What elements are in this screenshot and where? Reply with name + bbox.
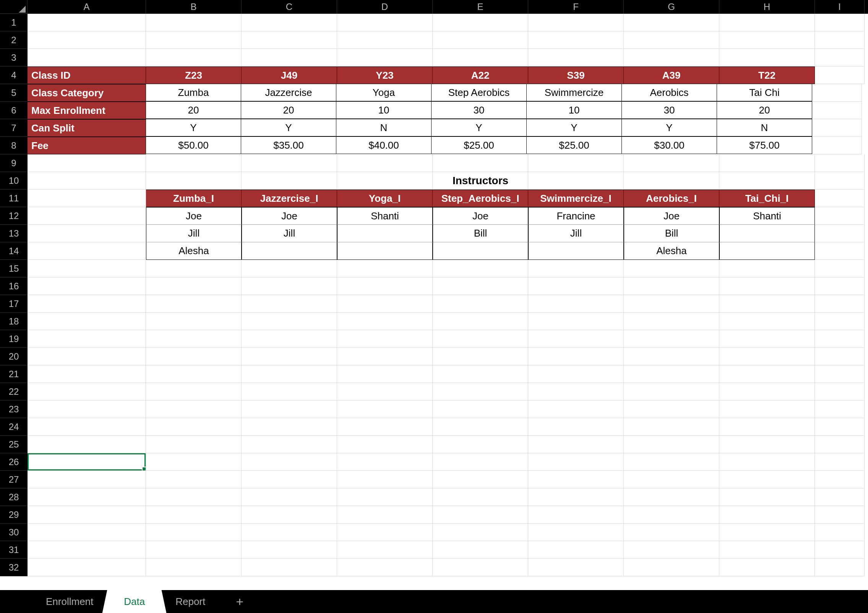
row-header-11[interactable]: 11 <box>0 190 28 207</box>
cell-I11[interactable] <box>815 190 865 207</box>
cell-D3[interactable] <box>337 49 433 66</box>
cell-A8[interactable]: Fee <box>28 137 146 154</box>
cell-D32[interactable] <box>337 559 433 576</box>
cell-F15[interactable] <box>528 260 624 277</box>
cell-F8[interactable]: $25.00 <box>526 136 622 154</box>
cell-F2[interactable] <box>528 31 624 49</box>
cell-D11[interactable]: Yoga_I <box>337 190 433 207</box>
cell-I1[interactable] <box>815 14 865 31</box>
row-header-4[interactable]: 4 <box>0 66 28 84</box>
cell-I13[interactable] <box>815 225 865 242</box>
cell-B4[interactable]: Z23 <box>146 66 242 84</box>
row-header-25[interactable]: 25 <box>0 436 28 453</box>
cell-H18[interactable] <box>719 313 815 330</box>
cell-F17[interactable] <box>528 295 624 313</box>
cell-C19[interactable] <box>242 330 337 348</box>
cell-D31[interactable] <box>337 541 433 559</box>
cell-G27[interactable] <box>624 471 719 488</box>
cell-B24[interactable] <box>146 418 242 436</box>
cell-C8[interactable]: $35.00 <box>241 136 336 154</box>
cell-G4[interactable]: A39 <box>624 66 719 84</box>
cell-F30[interactable] <box>528 524 624 541</box>
cell-B15[interactable] <box>146 260 242 277</box>
cell-F14[interactable] <box>528 242 624 260</box>
cell-B29[interactable] <box>146 506 242 524</box>
cell-I30[interactable] <box>815 524 865 541</box>
cell-A23[interactable] <box>28 401 146 418</box>
cell-H32[interactable] <box>719 559 815 576</box>
cell-H27[interactable] <box>719 471 815 488</box>
row-header-31[interactable]: 31 <box>0 541 28 559</box>
cell-G16[interactable] <box>624 277 719 295</box>
cell-G20[interactable] <box>624 348 719 365</box>
cell-G22[interactable] <box>624 383 719 401</box>
select-all-corner[interactable] <box>0 0 28 14</box>
column-header-I[interactable]: I <box>815 0 865 14</box>
cell-A9[interactable] <box>28 154 146 172</box>
cell-D2[interactable] <box>337 31 433 49</box>
cell-B14[interactable]: Alesha <box>146 242 242 260</box>
cell-E13[interactable]: Bill <box>433 225 528 242</box>
cell-F7[interactable]: Y <box>526 119 622 136</box>
cell-I4[interactable] <box>815 66 865 84</box>
row-header-21[interactable]: 21 <box>0 365 28 383</box>
cell-C22[interactable] <box>242 383 337 401</box>
cell-G24[interactable] <box>624 418 719 436</box>
cell-A2[interactable] <box>28 31 146 49</box>
cell-C25[interactable] <box>242 436 337 453</box>
cell-A12[interactable] <box>28 207 146 225</box>
cell-H17[interactable] <box>719 295 815 313</box>
row-header-6[interactable]: 6 <box>0 102 28 119</box>
row-header-7[interactable]: 7 <box>0 119 28 137</box>
row-header-26[interactable]: 26 <box>0 453 28 471</box>
column-header-E[interactable]: E <box>433 0 528 14</box>
cell-I26[interactable] <box>815 453 865 471</box>
cell-I19[interactable] <box>815 330 865 348</box>
cell-H14[interactable] <box>719 242 815 260</box>
column-header-B[interactable]: B <box>146 0 242 14</box>
cell-D1[interactable] <box>337 14 433 31</box>
cell-E22[interactable] <box>433 383 528 401</box>
row-header-14[interactable]: 14 <box>0 242 28 260</box>
cell-G15[interactable] <box>624 260 719 277</box>
cell-G21[interactable] <box>624 365 719 383</box>
cell-G17[interactable] <box>624 295 719 313</box>
row-header-16[interactable]: 16 <box>0 277 28 295</box>
cell-E26[interactable] <box>433 453 528 471</box>
cell-C15[interactable] <box>242 260 337 277</box>
cell-A29[interactable] <box>28 506 146 524</box>
cell-G12[interactable]: Joe <box>624 207 719 225</box>
cell-A14[interactable] <box>28 242 146 260</box>
column-header-G[interactable]: G <box>624 0 719 14</box>
cell-I29[interactable] <box>815 506 865 524</box>
cell-D13[interactable] <box>337 225 433 242</box>
cell-G29[interactable] <box>624 506 719 524</box>
cell-D27[interactable] <box>337 471 433 488</box>
cell-G26[interactable] <box>624 453 719 471</box>
cell-F18[interactable] <box>528 313 624 330</box>
cell-F23[interactable] <box>528 401 624 418</box>
cell-A20[interactable] <box>28 348 146 365</box>
cell-E28[interactable] <box>433 488 528 506</box>
cell-D10[interactable] <box>337 172 433 190</box>
cell-H10[interactable] <box>719 172 815 190</box>
cell-F6[interactable]: 10 <box>526 101 622 119</box>
cell-G10[interactable] <box>624 172 719 190</box>
cell-E17[interactable] <box>433 295 528 313</box>
cell-E11[interactable]: Step_Aerobics_I <box>433 190 528 207</box>
cell-A28[interactable] <box>28 488 146 506</box>
cell-G13[interactable]: Bill <box>624 225 719 242</box>
cell-B21[interactable] <box>146 365 242 383</box>
cell-F19[interactable] <box>528 330 624 348</box>
cell-C4[interactable]: J49 <box>242 66 337 84</box>
cell-H11[interactable]: Tai_Chi_I <box>719 190 815 207</box>
cell-F12[interactable]: Francine <box>528 207 624 225</box>
cell-H29[interactable] <box>719 506 815 524</box>
cell-B30[interactable] <box>146 524 242 541</box>
cell-B19[interactable] <box>146 330 242 348</box>
cell-F11[interactable]: Swimmercize_I <box>528 190 624 207</box>
row-header-20[interactable]: 20 <box>0 348 28 365</box>
cell-A32[interactable] <box>28 559 146 576</box>
cell-H3[interactable] <box>719 49 815 66</box>
cell-B8[interactable]: $50.00 <box>146 136 241 154</box>
